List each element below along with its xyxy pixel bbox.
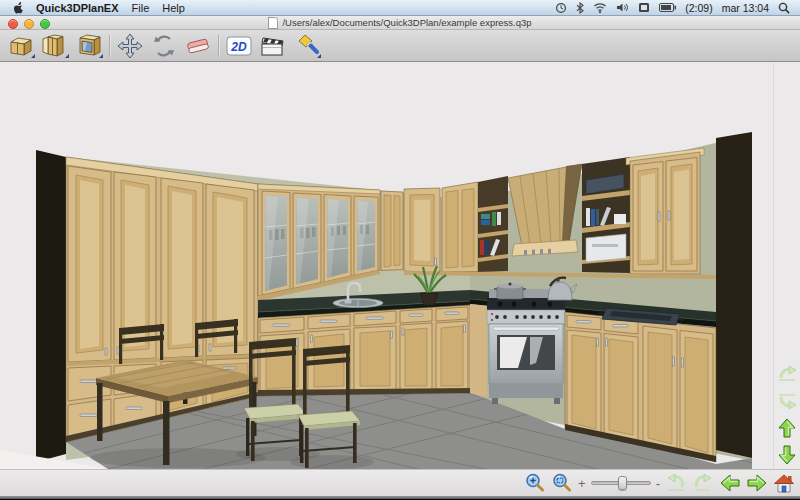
- window-bottom-edge: [0, 496, 800, 499]
- apple-menu-icon[interactable]: [12, 1, 23, 14]
- orbit-right-icon: [692, 473, 714, 493]
- open-shelf-left: [478, 176, 508, 272]
- clapperboard-icon: [259, 32, 287, 60]
- orbit-left-icon: [665, 473, 687, 493]
- bluetooth-icon[interactable]: [576, 2, 584, 14]
- menu-app-name[interactable]: Quick3DPlanEX: [36, 2, 119, 14]
- zoom-window-icon: [551, 472, 573, 494]
- input-source-icon[interactable]: [638, 2, 650, 13]
- pan-right-button[interactable]: [746, 471, 768, 495]
- toolbar-separator: [109, 35, 110, 57]
- viewport-3d[interactable]: .w{fill:#d4b684}.dr{fill:#d7bb88;stroke:…: [0, 62, 800, 469]
- base-cabinet-tool[interactable]: [4, 31, 38, 61]
- orbit-right-button[interactable]: [692, 471, 714, 495]
- home-icon: [773, 473, 795, 494]
- rotate-tool[interactable]: [147, 31, 181, 61]
- move-tool[interactable]: [113, 31, 147, 61]
- pan-up-icon: [777, 417, 797, 439]
- corner-wall-cabinet: [404, 188, 440, 273]
- zoom-slider-thumb[interactable]: [618, 476, 627, 490]
- move-icon: [116, 32, 144, 60]
- menu-clock[interactable]: mar 13:04: [722, 2, 769, 14]
- svg-text:2D: 2D: [230, 40, 247, 54]
- pan-right-icon: [746, 473, 768, 493]
- zoom-window-tool[interactable]: [551, 471, 573, 495]
- view-arrow-strip: [773, 62, 800, 469]
- document-icon: [268, 17, 278, 29]
- close-button[interactable]: [8, 19, 18, 29]
- zoom-button[interactable]: [40, 19, 50, 29]
- corner-base-filler: [470, 304, 487, 397]
- pot: [494, 282, 526, 299]
- spotlight-icon[interactable]: [778, 2, 790, 14]
- orbit-down-icon: [776, 391, 798, 411]
- rotate-icon: [150, 32, 178, 60]
- delete-tool[interactable]: [181, 31, 215, 61]
- minimize-button[interactable]: [24, 19, 34, 29]
- menu-file[interactable]: File: [132, 2, 150, 14]
- paint-tool[interactable]: [290, 31, 324, 61]
- menu-bar: Quick3DPlanEX File Help (2:09): [0, 0, 800, 16]
- dropdown-indicator: [65, 54, 69, 58]
- pan-left-button[interactable]: [719, 471, 741, 495]
- pan-down-icon: [777, 444, 797, 466]
- screen: Quick3DPlanEX File Help (2:09): [0, 0, 800, 500]
- pan-left-icon: [719, 473, 741, 493]
- time-machine-icon[interactable]: [555, 2, 567, 14]
- pan-up-button[interactable]: [775, 417, 799, 439]
- base-cabinets-left: [258, 305, 470, 396]
- orbit-down-button[interactable]: [775, 390, 799, 412]
- zoom-out-label: -: [656, 477, 660, 490]
- zoom-in-tool[interactable]: [524, 471, 546, 495]
- render-tool[interactable]: [256, 31, 290, 61]
- toolbar: 2D: [0, 30, 800, 62]
- dropdown-indicator: [317, 54, 321, 58]
- tall-cabinet-tool[interactable]: [38, 31, 72, 61]
- battery-time-label: (2:09): [685, 2, 712, 14]
- toolbar-separator: [218, 35, 219, 57]
- wall-cabinet-far-right: [626, 148, 704, 274]
- volume-icon[interactable]: [616, 2, 629, 13]
- sink: [333, 298, 383, 307]
- kitchen-3d-scene: .w{fill:#d4b684}.dr{fill:#d7bb88;stroke:…: [0, 62, 772, 469]
- menu-help[interactable]: Help: [162, 2, 185, 14]
- wifi-icon[interactable]: [593, 2, 607, 13]
- zoom-slider[interactable]: [591, 476, 651, 490]
- dropdown-indicator: [31, 54, 35, 58]
- window-title: /Users/alex/Documents/Quick3DPlan/exampl…: [282, 17, 531, 28]
- bottom-bar: + -: [0, 469, 800, 496]
- open-shelf-right: [582, 157, 630, 273]
- battery-icon[interactable]: [659, 3, 676, 12]
- home-view-button[interactable]: [773, 471, 795, 495]
- appliance-tool[interactable]: [72, 31, 106, 61]
- window-title-bar: /Users/alex/Documents/Quick3DPlan/exampl…: [0, 16, 800, 30]
- eraser-icon: [184, 32, 212, 60]
- pan-down-button[interactable]: [775, 444, 799, 466]
- zoom-in-icon: [524, 472, 546, 494]
- orbit-up-button[interactable]: [775, 363, 799, 385]
- orbit-left-button[interactable]: [665, 471, 687, 495]
- orbit-up-icon: [776, 364, 798, 384]
- zoom-in-label: +: [578, 477, 586, 490]
- view-2d-toggle[interactable]: 2D: [222, 31, 256, 61]
- 2d-view-icon: 2D: [224, 32, 254, 60]
- dropdown-indicator: [99, 54, 103, 58]
